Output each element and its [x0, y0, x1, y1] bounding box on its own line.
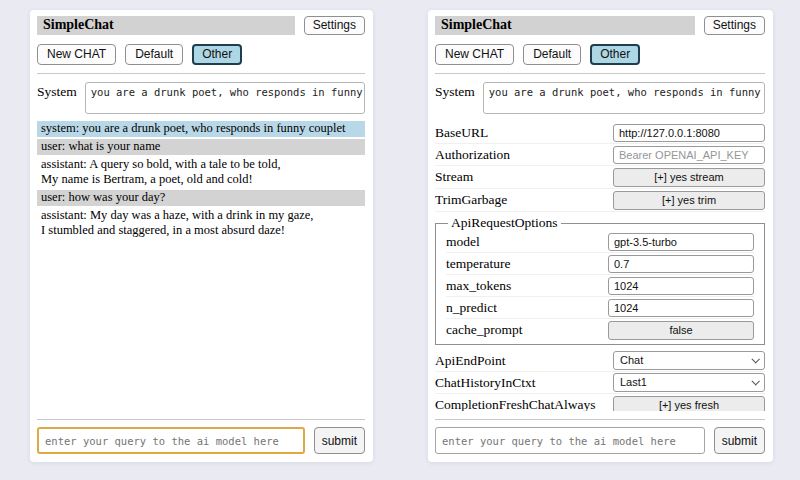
completionfreshchatalways-label: CompletionFreshChatAlways: [435, 397, 596, 411]
session-row: New CHAT Default Other: [37, 44, 365, 65]
session-row: New CHAT Default Other: [435, 44, 765, 65]
settings-panel: SimpleChat Settings New CHAT Default Oth…: [428, 10, 773, 462]
new-chat-button[interactable]: New CHAT: [37, 44, 116, 65]
setting-row-temperature: temperature: [446, 253, 754, 275]
system-prompt-input[interactable]: you are a drunk poet, who responds in fu…: [483, 82, 765, 114]
stream-label: Stream: [435, 169, 473, 185]
header: SimpleChat Settings: [37, 16, 365, 35]
settings-list: BaseURL Authorization Stream [+] yes str…: [435, 122, 765, 411]
app-title-bar: SimpleChat: [37, 16, 295, 35]
model-label: model: [446, 234, 480, 250]
submit-button[interactable]: submit: [314, 427, 365, 454]
new-chat-button[interactable]: New CHAT: [435, 44, 514, 65]
session-other-button[interactable]: Other: [192, 44, 242, 65]
system-prompt-row: System you are a drunk poet, who respond…: [37, 82, 365, 114]
chevron-down-icon: [751, 355, 759, 363]
setting-row-cache-prompt: cache_prompt false: [446, 319, 754, 341]
divider: [435, 73, 765, 74]
header: SimpleChat Settings: [435, 16, 765, 35]
chathistoryinctxt-selected-value: Last1: [620, 376, 647, 388]
query-row: submit: [37, 427, 365, 454]
apiendpoint-select[interactable]: Chat: [613, 351, 765, 370]
query-input[interactable]: [435, 427, 705, 454]
baseurl-input[interactable]: [613, 124, 765, 142]
setting-row-completionfreshchatalways: CompletionFreshChatAlways [+] yes fresh: [435, 394, 765, 411]
trimgarbage-toggle-button[interactable]: [+] yes trim: [613, 191, 765, 210]
system-prompt-label: System: [37, 82, 77, 100]
query-row: submit: [435, 427, 765, 454]
chat-message-assistant: assistant: My day was a haze, with a dri…: [37, 208, 365, 239]
session-default-button[interactable]: Default: [523, 44, 581, 65]
api-request-options-fieldset: ApiRequestOptions model temperature max_…: [435, 215, 765, 345]
chat-panel: SimpleChat Settings New CHAT Default Oth…: [30, 10, 373, 462]
max-tokens-input[interactable]: [608, 277, 754, 295]
setting-row-max-tokens: max_tokens: [446, 275, 754, 297]
cache-prompt-toggle-button[interactable]: false: [608, 321, 754, 340]
cache-prompt-label: cache_prompt: [446, 322, 522, 338]
temperature-input[interactable]: [608, 255, 754, 273]
app-title: SimpleChat: [441, 17, 512, 32]
n-predict-input[interactable]: [608, 299, 754, 317]
query-input[interactable]: [37, 427, 305, 454]
temperature-label: temperature: [446, 256, 510, 272]
chathistoryinctxt-label: ChatHistoryInCtxt: [435, 375, 536, 391]
authorization-input[interactable]: [613, 146, 765, 164]
divider: [37, 73, 365, 74]
apiendpoint-label: ApiEndPoint: [435, 353, 506, 369]
setting-row-authorization: Authorization: [435, 144, 765, 166]
submit-button[interactable]: submit: [714, 427, 765, 454]
session-default-button[interactable]: Default: [125, 44, 183, 65]
chathistoryinctxt-select[interactable]: Last1: [613, 373, 765, 392]
setting-row-baseurl: BaseURL: [435, 122, 765, 144]
setting-row-stream: Stream [+] yes stream: [435, 166, 765, 189]
n-predict-label: n_predict: [446, 300, 497, 316]
system-prompt-row: System you are a drunk poet, who respond…: [435, 82, 765, 114]
system-prompt-input[interactable]: you are a drunk poet, who responds in fu…: [85, 82, 365, 114]
app-title: SimpleChat: [43, 17, 114, 32]
divider: [435, 419, 765, 420]
chat-message-list: system: you are a drunk poet, who respon…: [37, 121, 365, 411]
chevron-down-icon: [751, 377, 759, 385]
setting-row-n-predict: n_predict: [446, 297, 754, 319]
query-footer: submit: [37, 411, 365, 454]
apiendpoint-selected-value: Chat: [620, 354, 643, 366]
system-prompt-label: System: [435, 82, 475, 100]
app-title-bar: SimpleChat: [435, 16, 695, 35]
baseurl-label: BaseURL: [435, 125, 488, 141]
stream-toggle-button[interactable]: [+] yes stream: [613, 168, 765, 187]
divider: [37, 419, 365, 420]
chat-message-user: user: how was your day?: [37, 190, 365, 206]
setting-row-apiendpoint: ApiEndPoint Chat: [435, 350, 765, 372]
setting-row-model: model: [446, 231, 754, 253]
chat-message-assistant: assistant: A query so bold, with a tale …: [37, 157, 365, 188]
chat-message-user: user: what is your name: [37, 139, 365, 155]
chat-message-system: system: you are a drunk poet, who respon…: [37, 121, 365, 137]
settings-button[interactable]: Settings: [304, 16, 365, 35]
session-other-button[interactable]: Other: [590, 44, 640, 65]
max-tokens-label: max_tokens: [446, 278, 511, 294]
settings-button[interactable]: Settings: [704, 16, 765, 35]
trimgarbage-label: TrimGarbage: [435, 192, 507, 208]
setting-row-trimgarbage: TrimGarbage [+] yes trim: [435, 189, 765, 212]
authorization-label: Authorization: [435, 147, 510, 163]
completionfreshchatalways-toggle-button[interactable]: [+] yes fresh: [613, 396, 765, 411]
model-input[interactable]: [608, 233, 754, 251]
query-footer: submit: [435, 411, 765, 454]
setting-row-chathistoryinctxt: ChatHistoryInCtxt Last1: [435, 372, 765, 394]
api-request-options-legend: ApiRequestOptions: [448, 215, 561, 231]
